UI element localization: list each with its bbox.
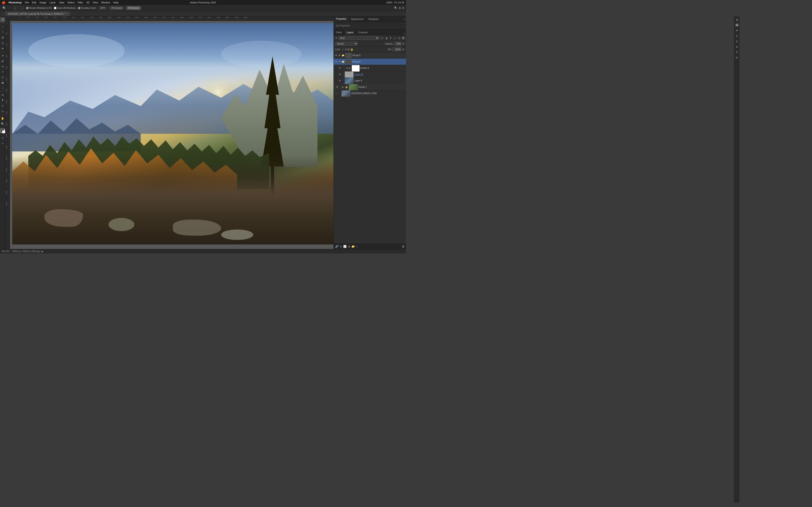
pen-tool[interactable]: ✒ [0, 93, 5, 98]
curves-smart-icon[interactable]: ⊞ [346, 67, 348, 69]
expand-group8[interactable]: ▼ [339, 61, 341, 63]
lock-all-icon[interactable]: 🔒 [350, 48, 353, 51]
menu-filter[interactable]: Filter [78, 1, 83, 4]
visibility-group7[interactable]: 👁 [336, 86, 339, 89]
layer-item-curves3[interactable]: 👁 ↓ ⊞ ⛓ Curves 3 [334, 65, 406, 71]
adjustment-layer-icon[interactable]: ◑ [348, 245, 350, 247]
tab-layers[interactable]: Layers [344, 30, 356, 35]
document-tab[interactable]: 20161029_144720-2.psd @ 48,7% (Group 8, … [5, 11, 70, 16]
spot-heal-tool[interactable]: ⊘ [0, 53, 5, 58]
gradient-tool[interactable]: ▦ [0, 80, 5, 85]
menu-3d[interactable]: 3D [86, 1, 90, 4]
lock-pixels-icon[interactable]: ⬚ [342, 48, 344, 51]
curves-clip-icon[interactable]: ↓ [345, 67, 346, 69]
crop-tool[interactable]: ⊡ [0, 41, 5, 46]
smart-filter-icon[interactable]: ⊡ [397, 36, 401, 40]
visibility-layer10[interactable]: 👁 [338, 73, 342, 76]
tab-paths[interactable]: Paths [334, 30, 344, 35]
blend-mode-select[interactable]: Screen [335, 42, 358, 46]
layer-item-layer10[interactable]: 👁 Layer 10 [334, 71, 406, 78]
layer-item-group8[interactable]: 👁 ▼ 📁 Group 8 [334, 59, 406, 65]
add-mask-icon[interactable]: ⬜ [343, 245, 347, 248]
visibility-group5[interactable]: 👁 [335, 54, 338, 57]
menu-view[interactable]: View [93, 1, 98, 4]
scrubby-zoom-checkbox[interactable] [78, 7, 81, 9]
quick-mask-tool[interactable]: ⊙ [0, 135, 5, 140]
fill-arrow[interactable]: ▼ [402, 48, 405, 51]
fill-input[interactable] [392, 47, 402, 51]
expand-curves3[interactable] [342, 67, 344, 69]
layer-item-layer9[interactable]: 👁 Layer 9 [334, 78, 406, 84]
opacity-input[interactable] [394, 42, 402, 46]
resize-windows-option[interactable]: Resize Windows to Fit [26, 7, 52, 9]
type-tool[interactable]: T [0, 98, 5, 103]
scrubby-zoom-option[interactable]: Scrubby Zoom [78, 7, 96, 9]
shape-tool[interactable]: ▭ [0, 109, 5, 114]
visibility-cr2[interactable]: 👁 [335, 92, 338, 95]
background-color[interactable] [2, 130, 5, 133]
expand-group5[interactable]: ▶ [339, 54, 341, 57]
eraser-tool[interactable]: ◻ [0, 75, 5, 80]
apple-logo[interactable]: 🍎 [2, 1, 5, 4]
curves-chain-icon[interactable]: ⛓ [348, 67, 351, 69]
lock-artboard-icon[interactable]: ⊞ [348, 48, 350, 51]
opacity-arrow[interactable]: ▼ [402, 43, 405, 45]
fit-screen-button[interactable]: Fit Screen [109, 6, 124, 10]
lock-position-icon[interactable]: ✛ [345, 48, 347, 51]
menu-type[interactable]: Type [59, 1, 64, 4]
layer-item-group5[interactable]: 👁 ▶ 📁 Group 5 [334, 52, 406, 59]
visibility-layer9[interactable]: 👁 [338, 79, 342, 82]
expand-group7[interactable]: ▶ [342, 86, 344, 88]
type-filter-icon[interactable]: T [389, 36, 392, 40]
menu-window[interactable]: Window [101, 1, 110, 4]
zoom-in-icon[interactable]: + [13, 6, 17, 10]
menu-photoshop[interactable]: Photoshop [9, 1, 21, 4]
status-arrow[interactable]: ▶ [42, 250, 44, 252]
zoom-tool-left[interactable]: 🔍 [0, 121, 5, 126]
path-select-tool[interactable]: ↖ [0, 103, 5, 108]
dodge-tool[interactable]: ○ [0, 86, 5, 91]
stamp-tool[interactable]: ⊛ [0, 64, 5, 69]
link-layers-icon[interactable]: 🔗 [335, 245, 339, 248]
arrange-icon[interactable]: ⊞ [399, 7, 401, 9]
search-icon[interactable]: 🔍 [394, 7, 397, 9]
tab-adjustments[interactable]: Adjustments [349, 16, 366, 22]
layers-menu-icon[interactable]: ≡ [404, 33, 405, 35]
menu-edit[interactable]: Edit [32, 1, 36, 4]
zoom-all-checkbox[interactable] [54, 7, 56, 9]
adjustment-filter-icon[interactable]: ◑ [385, 36, 388, 40]
menu-layer[interactable]: Layer [50, 1, 56, 4]
menu-help[interactable]: Help [113, 1, 118, 4]
move-tool[interactable]: ✛ [0, 17, 5, 22]
lasso-tool[interactable]: ⌇ [0, 30, 5, 35]
tab-properties[interactable]: Properties [334, 16, 349, 22]
fill-screen-button[interactable]: Fill Screen [126, 6, 141, 10]
screen-mode-tool[interactable]: ▭ [0, 141, 5, 146]
resize-windows-checkbox[interactable] [26, 7, 29, 9]
history-brush-tool[interactable]: ↩ [0, 69, 5, 74]
new-group-icon[interactable]: 📁 [351, 245, 355, 248]
shape-filter-icon[interactable]: ▭ [393, 36, 397, 40]
layer-item-cr2[interactable]: 👁 20161029.144615-2.CR2 [334, 90, 406, 97]
panel-menu-icon[interactable]: ≡ [404, 18, 405, 20]
menu-file[interactable]: File [25, 1, 29, 4]
zoom-tool-icon[interactable]: 🔍 [2, 6, 7, 11]
layer-item-group7[interactable]: 👁 ▶ 🔒 Group 7 [334, 84, 406, 90]
zoom-all-option[interactable]: Zoom All Windows [54, 7, 76, 9]
layer-kind-select[interactable]: Kind [338, 36, 379, 40]
workspaces-icon[interactable]: ⊟ [402, 7, 404, 9]
menu-select[interactable]: Select [67, 1, 74, 4]
brush-tool[interactable]: 🖌 [0, 58, 5, 63]
hand-tool[interactable]: ✋ [0, 116, 5, 121]
layer-fx-icon[interactable]: fx [340, 245, 342, 248]
quick-select-tool[interactable]: ⊛ [0, 35, 5, 40]
visibility-curves3[interactable]: 👁 [338, 66, 342, 70]
eyedropper-tool[interactable]: ✒ [0, 46, 5, 51]
delete-layer-icon[interactable]: 🗑 [402, 245, 405, 248]
tab-channels[interactable]: Channels [356, 30, 370, 35]
tab-close-button[interactable]: × [66, 13, 67, 15]
new-layer-icon[interactable]: + [356, 245, 358, 248]
visibility-group8[interactable]: 👁 [335, 60, 338, 63]
menu-image[interactable]: Image [39, 1, 46, 4]
pixel-filter-icon[interactable]: ⬛ [380, 36, 384, 40]
